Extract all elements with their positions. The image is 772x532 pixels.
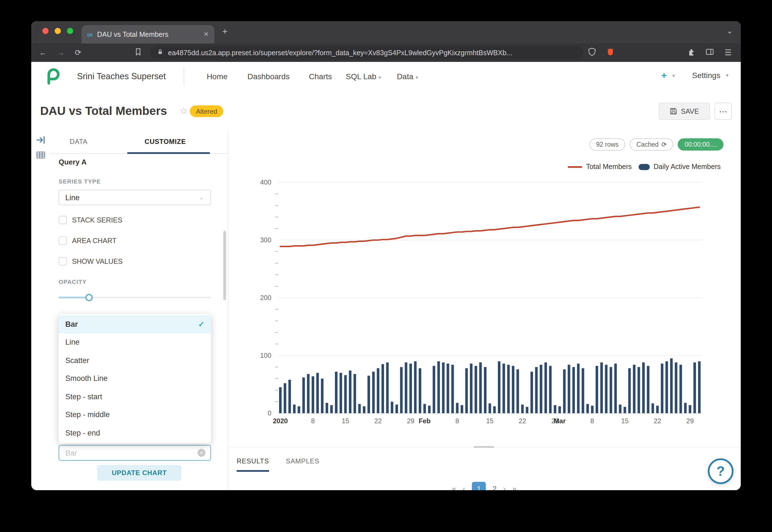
clear-icon[interactable]: ✕ xyxy=(198,449,206,457)
help-button[interactable]: ? xyxy=(708,458,734,484)
timeseries-chart: 010020030040020208152229Feb8152229Mar815… xyxy=(228,130,741,490)
address-bar[interactable]: ea4875dd.us2a.app.preset.io/superset/exp… xyxy=(150,46,583,59)
check-icon: ✓ xyxy=(198,320,204,328)
url-text: ea4875dd.us2a.app.preset.io/superset/exp… xyxy=(168,49,512,57)
forward-icon[interactable]: → xyxy=(57,48,65,57)
svg-text:8: 8 xyxy=(455,417,459,425)
svg-text:8: 8 xyxy=(311,417,315,425)
sidebar-toggle-icon[interactable] xyxy=(706,47,714,59)
series-type-search-input[interactable] xyxy=(65,449,198,457)
area-chart-row: AREA CHART xyxy=(59,236,116,245)
nav-dashboards[interactable]: Dashboards xyxy=(248,72,290,81)
browser-window: ∞ DAU vs Total Members ✕ + ⌄ ← → ⟳ ea487… xyxy=(31,21,741,490)
more-options-button[interactable]: ⋯ xyxy=(715,103,732,120)
lock-icon xyxy=(157,48,163,58)
dropdown-option-step-middle[interactable]: Step - middle xyxy=(59,406,211,424)
chart-region: 92 rows Cached ⟳ 00:00:00.... Total Memb… xyxy=(228,130,741,490)
svg-text:22: 22 xyxy=(374,417,382,425)
stack-series-row: STACK SERIES xyxy=(59,216,122,224)
brave-rewards-icon[interactable] xyxy=(606,47,615,59)
opacity-label: OPACITY xyxy=(59,278,86,285)
svg-text:Feb: Feb xyxy=(419,417,431,425)
expand-panel-icon[interactable] xyxy=(36,135,46,145)
chart-title-bar: DAU vs Total Members ☆ Altered SAVE ⋯ xyxy=(31,91,741,130)
active-tab-underline xyxy=(127,152,210,154)
opacity-slider-handle[interactable] xyxy=(85,294,93,301)
superset-favicon-icon: ∞ xyxy=(87,30,93,38)
page-next-button[interactable]: › xyxy=(503,485,506,490)
plus-icon: + xyxy=(661,71,667,80)
page-prev-button[interactable]: ‹ xyxy=(463,485,465,490)
window-close-button[interactable] xyxy=(42,28,49,34)
svg-text:15: 15 xyxy=(486,417,494,425)
chevron-down-icon: ⌄ xyxy=(199,194,204,201)
preset-logo[interactable] xyxy=(44,68,61,86)
page-first-button[interactable]: « xyxy=(452,485,456,490)
series-type-search-box: ✕ xyxy=(59,445,211,461)
show-values-row: SHOW VALUES xyxy=(59,257,123,265)
tab-customize[interactable]: CUSTOMIZE xyxy=(144,138,186,146)
settings-menu[interactable]: Settings ▾ xyxy=(692,71,728,80)
dropdown-option-smooth-line[interactable]: Smooth Line xyxy=(59,369,211,388)
new-tab-button[interactable]: + xyxy=(222,26,228,37)
page-1-button[interactable]: 1 xyxy=(472,482,486,490)
nav-charts[interactable]: Charts xyxy=(309,72,332,81)
dropdown-option-bar[interactable]: Bar ✓ xyxy=(59,315,211,333)
tab-data[interactable]: DATA xyxy=(70,138,88,146)
caret-down-icon: ▾ xyxy=(726,72,728,78)
svg-text:15: 15 xyxy=(621,417,629,425)
new-item-button[interactable]: + ▾ xyxy=(661,71,675,80)
page-title: DAU vs Total Members xyxy=(40,104,167,118)
brave-shields-icon[interactable] xyxy=(588,47,596,59)
update-chart-button[interactable]: UPDATE CHART xyxy=(97,465,181,481)
resize-handle[interactable] xyxy=(474,446,494,448)
dropdown-option-step-start[interactable]: Step - start xyxy=(59,388,211,406)
caret-down-icon: ▾ xyxy=(672,73,675,78)
dropdown-option-step-end[interactable]: Step - end xyxy=(59,424,211,442)
extensions-puzzle-icon[interactable] xyxy=(687,47,696,59)
caret-down-icon: ▾ xyxy=(378,75,381,80)
favorite-star-icon[interactable]: ☆ xyxy=(180,105,188,116)
dropdown-option-scatter[interactable]: Scatter xyxy=(59,351,211,369)
svg-text:100: 100 xyxy=(260,352,271,359)
svg-text:400: 400 xyxy=(260,178,271,186)
panel-scrollbar[interactable] xyxy=(223,231,226,300)
screen: ∞ DAU vs Total Members ✕ + ⌄ ← → ⟳ ea487… xyxy=(0,0,772,532)
save-button[interactable]: SAVE xyxy=(659,103,710,120)
datasource-table-icon[interactable] xyxy=(36,150,46,160)
query-label: Query A xyxy=(59,158,86,166)
show-values-checkbox[interactable] xyxy=(59,257,67,265)
nav-home[interactable]: Home xyxy=(207,72,228,81)
workspace-name[interactable]: Srini Teaches Superset xyxy=(77,71,166,81)
nav-data[interactable]: Data▾ xyxy=(397,72,418,81)
altered-badge: Altered xyxy=(190,105,223,117)
svg-text:200: 200 xyxy=(260,294,271,301)
page-last-button[interactable]: » xyxy=(512,485,516,490)
nav-sql-lab[interactable]: SQL Lab▾ xyxy=(346,72,381,81)
series-type-label: SERIES TYPE xyxy=(59,178,101,185)
opacity-slider-rail xyxy=(59,297,211,298)
area-chart-checkbox[interactable] xyxy=(59,236,67,245)
tab-results[interactable]: RESULTS xyxy=(237,457,269,472)
dropdown-option-line[interactable]: Line xyxy=(59,333,211,351)
bookmark-icon[interactable] xyxy=(134,47,142,59)
reload-icon[interactable]: ⟳ xyxy=(75,48,81,57)
save-icon xyxy=(670,108,677,115)
stack-series-checkbox[interactable] xyxy=(59,216,67,224)
svg-text:15: 15 xyxy=(342,417,349,425)
browser-tab[interactable]: ∞ DAU vs Total Members ✕ xyxy=(81,25,214,43)
series-type-select[interactable]: Line ⌄ xyxy=(59,190,211,205)
window-zoom-button[interactable] xyxy=(67,28,73,34)
tab-title: DAU vs Total Members xyxy=(97,30,199,38)
back-icon[interactable]: ← xyxy=(39,48,47,57)
window-minimize-button[interactable] xyxy=(55,28,61,34)
tab-samples[interactable]: SAMPLES xyxy=(286,457,319,472)
svg-text:22: 22 xyxy=(654,417,661,425)
browser-menu-icon[interactable]: ☰ xyxy=(725,48,732,57)
page-2-button[interactable]: 2 xyxy=(493,485,496,490)
tab-search-icon[interactable]: ⌄ xyxy=(727,26,733,35)
tab-close-icon[interactable]: ✕ xyxy=(204,31,209,38)
caret-down-icon: ▾ xyxy=(416,75,418,80)
svg-text:29: 29 xyxy=(407,417,414,425)
superset-app: Srini Teaches Superset Home Dashboards C… xyxy=(31,62,741,490)
